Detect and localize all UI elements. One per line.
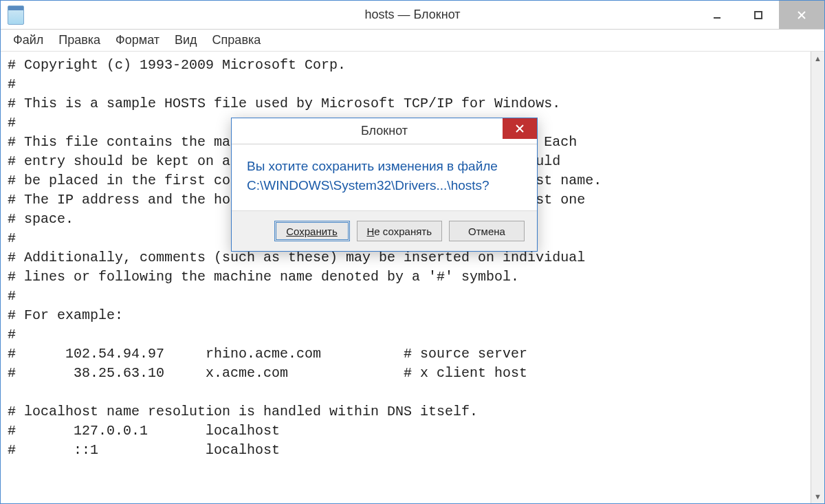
notepad-window: hosts — Блокнот Файл Правка Формат Вид С…: [0, 0, 825, 504]
window-controls: [696, 1, 824, 29]
maximize-button[interactable]: [738, 1, 779, 29]
dialog-message-line2: C:\WINDOWS\System32\Drivers...\hosts?: [247, 176, 522, 195]
menu-view[interactable]: Вид: [168, 30, 204, 50]
dont-save-underline: Н: [367, 226, 375, 237]
menu-format[interactable]: Формат: [109, 30, 166, 50]
scroll-up-icon[interactable]: ▲: [811, 52, 824, 65]
close-button[interactable]: [779, 1, 824, 29]
svg-rect-1: [755, 12, 762, 19]
dialog-titlebar: Блокнот: [232, 118, 537, 144]
close-icon: [797, 10, 806, 20]
cancel-button[interactable]: Отмена: [449, 221, 525, 241]
menubar: Файл Правка Формат Вид Справка: [1, 30, 824, 52]
dialog-message: Вы хотите сохранить изменения в файле C:…: [232, 144, 537, 210]
save-dialog: Блокнот Вы хотите сохранить изменения в …: [231, 118, 538, 252]
dialog-close-button[interactable]: [503, 118, 537, 139]
dont-save-rest: е сохранять: [374, 226, 432, 237]
vertical-scrollbar[interactable]: ▲ ▼: [811, 52, 824, 503]
scroll-down-icon[interactable]: ▼: [811, 490, 824, 503]
dialog-buttons: Сохранить Не сохранять Отмена: [232, 210, 537, 251]
menu-edit[interactable]: Правка: [52, 30, 107, 50]
save-button[interactable]: Сохранить: [274, 221, 350, 241]
notepad-icon: [8, 6, 24, 25]
titlebar: hosts — Блокнот: [1, 1, 824, 30]
dont-save-button[interactable]: Не сохранять: [357, 221, 442, 241]
window-title: hosts — Блокнот: [364, 8, 460, 22]
maximize-icon: [754, 10, 763, 20]
save-button-label: Сохранить: [286, 226, 338, 237]
dialog-title: Блокнот: [361, 124, 408, 138]
menu-file[interactable]: Файл: [6, 30, 50, 50]
menu-help[interactable]: Справка: [206, 30, 268, 50]
close-icon: [516, 124, 524, 133]
minimize-icon: [712, 10, 722, 20]
dialog-message-line1: Вы хотите сохранить изменения в файле: [247, 157, 522, 176]
minimize-button[interactable]: [696, 1, 738, 29]
